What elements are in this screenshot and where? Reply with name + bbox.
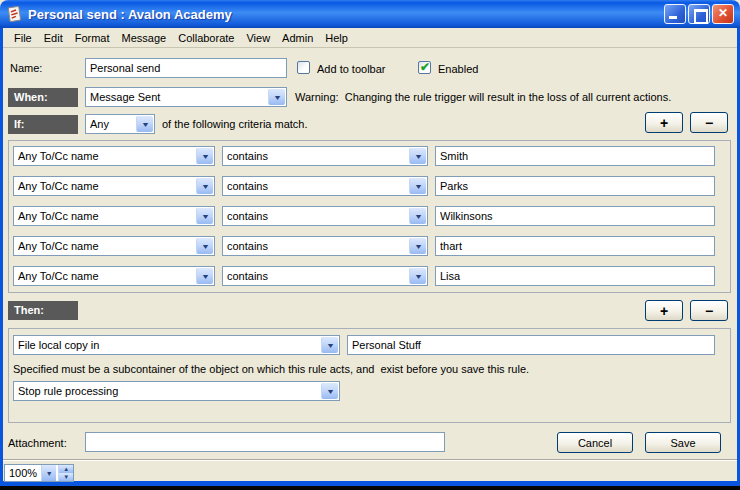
post-action-value: Stop rule processing — [14, 382, 320, 400]
chevron-down-icon[interactable] — [321, 337, 338, 353]
then-section-label: Then: — [8, 301, 78, 320]
menu-format[interactable]: Format — [69, 30, 116, 46]
criterion-operator-dropdown[interactable]: contains — [222, 236, 428, 256]
window-title: Personal send : Avalon Academy — [28, 7, 664, 22]
menu-collaborate[interactable]: Collaborate — [172, 30, 240, 46]
attachment-label: Attachment: — [8, 437, 67, 449]
criterion-operator-value: contains — [223, 237, 408, 255]
criterion-value-input[interactable] — [435, 176, 715, 196]
zoom-level-value: 100% — [5, 465, 41, 481]
rule-editor-window: Personal send : Avalon Academy File Edit… — [0, 0, 740, 486]
criterion-operator-value: contains — [223, 147, 408, 165]
zoom-spinner[interactable]: ▲ ▼ — [58, 465, 73, 481]
criterion-field-dropdown[interactable]: Any To/Cc name — [13, 206, 215, 226]
chevron-down-icon[interactable] — [409, 238, 426, 254]
criterion-field-dropdown[interactable]: Any To/Cc name — [13, 266, 215, 286]
chevron-down-icon[interactable] — [321, 383, 338, 399]
name-label: Name: — [10, 62, 42, 74]
save-button[interactable]: Save — [645, 432, 721, 453]
criterion-field-dropdown[interactable]: Any To/Cc name — [13, 146, 215, 166]
match-type-dropdown[interactable]: Any — [85, 114, 155, 134]
chevron-down-icon[interactable] — [268, 89, 285, 105]
add-action-button[interactable]: + — [645, 300, 683, 321]
criterion-value-input[interactable] — [435, 206, 715, 226]
menu-edit[interactable]: Edit — [38, 30, 69, 46]
criterion-value-input[interactable] — [435, 236, 715, 256]
menu-view[interactable]: View — [240, 30, 276, 46]
action-target-input[interactable] — [347, 335, 715, 355]
menu-admin[interactable]: Admin — [276, 30, 319, 46]
criterion-field-value: Any To/Cc name — [14, 177, 195, 195]
zoom-control[interactable]: 100% ▲ ▼ — [4, 464, 74, 482]
criterion-field-dropdown[interactable]: Any To/Cc name — [13, 176, 215, 196]
criterion-value-input[interactable] — [435, 146, 715, 166]
window-border-bottom — [0, 481, 740, 486]
match-type-value: Any — [86, 115, 135, 133]
criterion-operator-dropdown[interactable]: contains — [222, 266, 428, 286]
chevron-down-icon[interactable] — [196, 148, 213, 164]
criterion-operator-dropdown[interactable]: contains — [222, 176, 428, 196]
add-to-toolbar-checkbox[interactable] — [297, 61, 310, 74]
criterion-operator-dropdown[interactable]: contains — [222, 146, 428, 166]
criterion-operator-value: contains — [223, 207, 408, 225]
spinner-down-icon[interactable]: ▼ — [59, 473, 73, 481]
chevron-down-icon[interactable] — [409, 268, 426, 284]
add-criterion-button[interactable]: + — [645, 112, 683, 133]
criterion-value-input[interactable] — [435, 266, 715, 286]
statusbar-separator-highlight — [3, 460, 737, 461]
menu-bar: File Edit Format Message Collaborate Vie… — [3, 28, 737, 48]
criterion-operator-dropdown[interactable]: contains — [222, 206, 428, 226]
chevron-down-icon[interactable] — [409, 208, 426, 224]
rule-name-input[interactable] — [85, 58, 287, 78]
menu-message[interactable]: Message — [116, 30, 173, 46]
menu-help[interactable]: Help — [319, 30, 354, 46]
criterion-field-value: Any To/Cc name — [14, 267, 195, 285]
window-border-left — [0, 28, 3, 481]
criterion-operator-value: contains — [223, 267, 408, 285]
minimize-button[interactable] — [664, 4, 686, 24]
spinner-up-icon[interactable]: ▲ — [59, 465, 73, 473]
chevron-down-icon[interactable] — [41, 465, 56, 481]
menu-file[interactable]: File — [8, 30, 38, 46]
cancel-button[interactable]: Cancel — [557, 432, 633, 453]
action-type-dropdown[interactable]: File local copy in — [13, 335, 340, 355]
chevron-down-icon[interactable] — [409, 148, 426, 164]
criterion-operator-value: contains — [223, 177, 408, 195]
action-type-value: File local copy in — [14, 336, 320, 354]
action-note-text: Specified must be a subcontainer of the … — [13, 363, 529, 375]
if-section-label: If: — [8, 115, 78, 134]
maximize-button[interactable] — [688, 4, 710, 24]
chevron-down-icon[interactable] — [196, 238, 213, 254]
attachment-input[interactable] — [85, 432, 445, 452]
if-suffix-text: of the following criteria match. — [162, 118, 308, 130]
criterion-field-value: Any To/Cc name — [14, 237, 195, 255]
chevron-down-icon[interactable] — [196, 208, 213, 224]
when-section-label: When: — [8, 88, 78, 107]
chevron-down-icon[interactable] — [409, 178, 426, 194]
criterion-field-dropdown[interactable]: Any To/Cc name — [13, 236, 215, 256]
chevron-down-icon[interactable] — [136, 116, 153, 132]
trigger-dropdown[interactable]: Message Sent — [85, 87, 287, 107]
app-icon — [6, 6, 23, 23]
enabled-label: Enabled — [438, 63, 478, 75]
criterion-field-value: Any To/Cc name — [14, 207, 195, 225]
close-button[interactable] — [712, 4, 734, 24]
remove-criterion-button[interactable]: − — [690, 112, 728, 133]
chevron-down-icon[interactable] — [196, 178, 213, 194]
trigger-value: Message Sent — [86, 88, 267, 106]
enabled-checkbox[interactable] — [418, 61, 431, 74]
chevron-down-icon[interactable] — [196, 268, 213, 284]
remove-action-button[interactable]: − — [690, 300, 728, 321]
trigger-warning-text: Warning: Changing the rule trigger will … — [295, 91, 671, 103]
post-action-dropdown[interactable]: Stop rule processing — [13, 381, 340, 401]
add-to-toolbar-label: Add to toolbar — [317, 63, 386, 75]
criterion-field-value: Any To/Cc name — [14, 147, 195, 165]
title-bar: Personal send : Avalon Academy — [0, 0, 740, 28]
